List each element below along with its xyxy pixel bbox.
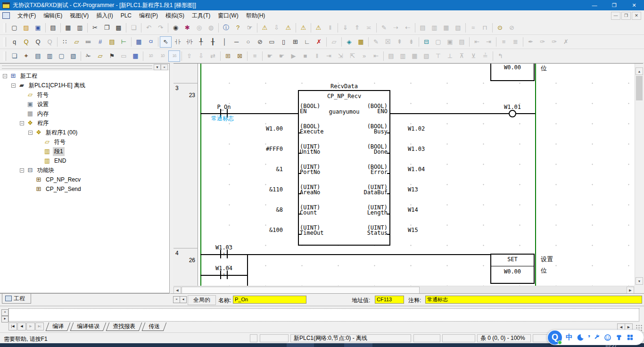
monitor-flags-button[interactable]: ⚑ xyxy=(106,50,118,62)
tree-collapse-toggle[interactable]: − xyxy=(11,83,16,88)
show-rung-annotations-button[interactable]: ≔ xyxy=(83,36,94,48)
windows-taskbar[interactable]: 10:27 xyxy=(0,343,644,347)
compile-section-button[interactable]: ✦ xyxy=(20,50,32,62)
menu-item-4[interactable]: PLC xyxy=(117,10,135,21)
menu-item-5[interactable]: 编程(P) xyxy=(135,10,162,21)
open-project-button[interactable]: ▨ xyxy=(20,22,32,33)
select-mode-button[interactable]: ⇖ xyxy=(160,36,172,48)
copy-button[interactable]: ❐ xyxy=(101,22,113,33)
tree-node-plc1[interactable]: −▰新PLC1[CP1H-E] 离线 xyxy=(0,81,169,90)
tree-collapse-toggle[interactable]: − xyxy=(3,74,7,78)
coil-w1-01[interactable] xyxy=(509,110,516,117)
tree-node-section1[interactable]: ▥段1 xyxy=(0,147,169,156)
taskbar-app-tile[interactable] xyxy=(344,343,372,347)
mdi-minimize-button[interactable]: — xyxy=(611,12,620,20)
tree-collapse-toggle[interactable]: − xyxy=(20,121,24,125)
context-help-button[interactable]: ☞ xyxy=(244,22,256,33)
page-setup-button[interactable]: ▤ xyxy=(47,22,59,33)
new-line-corner-button[interactable]: ∟ xyxy=(301,36,313,48)
paste-button[interactable]: ▩ xyxy=(113,22,124,33)
menu-item-8[interactable]: 窗口(W) xyxy=(214,10,242,21)
tab-scroll-first-button[interactable]: |◀ xyxy=(8,322,17,330)
new-vertical-line-button[interactable]: │ xyxy=(219,36,231,48)
tree-node-function-blocks[interactable]: −⊟功能块 xyxy=(0,165,169,175)
force-on-button[interactable]: ⊙ xyxy=(494,22,506,33)
validate-symbols-button[interactable]: ⚠ xyxy=(297,22,309,33)
tree-node-end[interactable]: ▥END xyxy=(0,156,169,165)
fb-instance-browser-button[interactable]: ⊟ xyxy=(421,36,432,48)
find-button[interactable]: ◉ xyxy=(170,22,182,33)
compile-program-button[interactable]: ⚠ xyxy=(259,22,271,33)
new-or-contact-button[interactable]: ╀ xyxy=(195,36,207,48)
workspace-menu-button[interactable]: ▾ xyxy=(154,64,161,70)
taskbar-app-tile[interactable] xyxy=(287,343,314,347)
minimize-button[interactable]: — xyxy=(585,0,604,10)
moon-icon[interactable] xyxy=(577,334,584,341)
new-horizontal-line-button[interactable]: ─ xyxy=(231,36,242,48)
close-button[interactable]: ✕ xyxy=(624,0,644,10)
show-program-tree-button[interactable]: ⊢ xyxy=(118,36,130,48)
menu-item-3[interactable]: 插入(I) xyxy=(92,10,116,21)
print-button[interactable]: ▦ xyxy=(62,22,74,33)
tab-scroll-next-button[interactable]: ▶ xyxy=(26,322,35,330)
tree-node-cp-np-recv[interactable]: ⊞CP_NP_Recv xyxy=(0,175,169,184)
tab-project[interactable]: 工程 xyxy=(2,294,31,304)
punctuation-icon[interactable]: ’’ xyxy=(588,334,589,341)
transfer-check-button[interactable]: ⚠ xyxy=(313,22,324,33)
toggle-grid-button[interactable]: ∷ xyxy=(59,36,71,48)
symbol-comment-field[interactable]: 常通标志 xyxy=(425,296,642,304)
wrench-icon[interactable] xyxy=(593,334,600,341)
tree-node-program1[interactable]: −❖新程序1 (00) xyxy=(0,128,169,137)
output-tab-0[interactable]: 编译 xyxy=(46,322,71,331)
output-pane[interactable] xyxy=(8,308,639,322)
maximize-button[interactable]: ❐ xyxy=(604,0,624,10)
tree-node-new-project[interactable]: −⊞新工程 xyxy=(0,71,169,81)
new-closed-coil-button[interactable]: ⊘ xyxy=(254,36,266,48)
horizontal-scroll-thumb[interactable] xyxy=(182,287,420,294)
new-or-closed-contact-button[interactable]: ╂ xyxy=(207,36,219,48)
view-io-comment-button[interactable]: ▢ xyxy=(56,50,67,62)
toolbar-grip[interactable] xyxy=(4,51,6,61)
ime-logo-icon[interactable]: Q xyxy=(548,330,562,345)
ime-language-toggle[interactable]: 中 xyxy=(566,333,573,342)
menu-item-7[interactable]: 工具(T) xyxy=(188,10,214,21)
menu-item-0[interactable]: 文件(F) xyxy=(14,10,40,21)
workspace-close-button[interactable]: × xyxy=(161,64,168,70)
output-tab-1[interactable]: 编译错误 xyxy=(70,322,107,331)
view-diagram-button[interactable]: ❏ xyxy=(8,50,20,62)
mdi-restore-button[interactable]: ❐ xyxy=(621,12,631,20)
ime-menu-icon[interactable] xyxy=(627,334,634,341)
replace-all-button[interactable]: ✱ xyxy=(182,22,193,33)
zoom-out-button[interactable]: Q xyxy=(32,36,44,48)
show-monitor-data-button[interactable]: # xyxy=(94,36,106,48)
symbol-address-field[interactable]: CF113 xyxy=(375,296,404,304)
new-instruction-button[interactable]: ▭ xyxy=(266,36,278,48)
workspace-drag-handle[interactable] xyxy=(2,66,152,69)
view-mnemonics-button[interactable]: ▦ xyxy=(133,36,145,48)
menu-item-2[interactable]: 视图(V) xyxy=(66,10,92,21)
toolbar-grip[interactable] xyxy=(4,23,6,33)
fb-online-edit-button[interactable]: ▦ xyxy=(355,36,367,48)
tree-collapse-toggle[interactable]: − xyxy=(28,131,33,135)
scroll-up-button[interactable]: ▲ xyxy=(636,67,643,75)
fb-definition-button[interactable]: ◈ xyxy=(343,36,355,48)
new-contact-button[interactable]: ┤├ xyxy=(172,36,183,48)
delete-element-button[interactable]: ✗ xyxy=(313,36,325,48)
help-topics-button[interactable]: ? xyxy=(232,22,244,33)
tree-node-cp-np-send[interactable]: ⊞CP_NP_Send xyxy=(0,184,169,194)
fb-memory-button[interactable]: ⊠ xyxy=(234,50,246,62)
tree-collapse-toggle[interactable]: − xyxy=(20,168,24,173)
tree-node-memory[interactable]: ▦内存 xyxy=(0,109,169,118)
fb-password-button[interactable]: ⊞ xyxy=(222,50,234,62)
about-button[interactable]: ⓘ xyxy=(220,22,232,33)
zoom-in-button[interactable]: Q xyxy=(20,36,32,48)
local-symbols-button[interactable]: ▱ xyxy=(94,50,106,62)
zoom-to-fit-button[interactable]: q xyxy=(8,36,20,48)
tab-scroll-prev-button[interactable]: ◀ xyxy=(17,322,26,330)
ladder-canvas[interactable]: W0.00 位 P_On 常通标志 RecvData CP_NP_Recv gu… xyxy=(198,64,635,286)
view-symbol-table-button[interactable]: ▥ xyxy=(44,50,56,62)
tree-node-program1-symbols[interactable]: ▱符号 xyxy=(0,137,169,147)
ladder-vertical-scrollbar[interactable]: ▲ ▼ xyxy=(635,64,643,286)
info-bar-close-button[interactable]: × xyxy=(173,296,180,303)
output-close-button[interactable]: × xyxy=(1,309,8,316)
